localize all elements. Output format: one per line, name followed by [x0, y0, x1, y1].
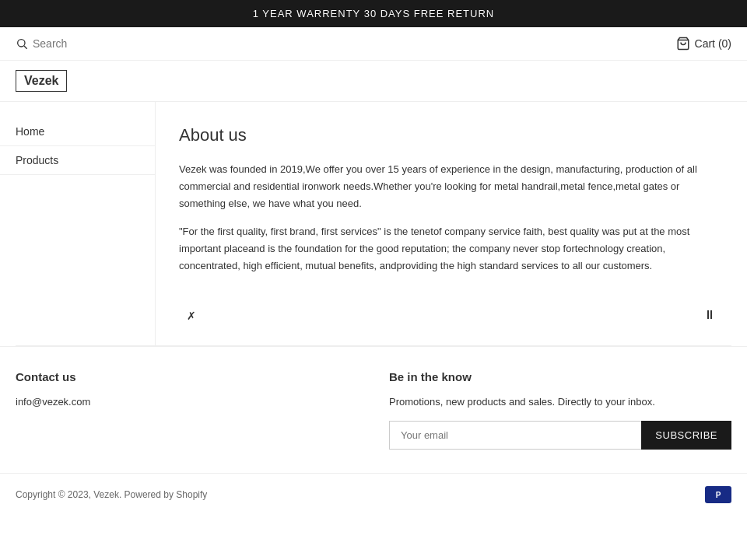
header: Cart (0) [0, 27, 747, 61]
main-layout: Home Products About us Vezek was founded… [0, 102, 747, 345]
media-pause-icon[interactable]: ⏸ [703, 308, 716, 322]
svg-point-0 [18, 40, 25, 47]
media-close-icon[interactable]: ✗ [187, 310, 196, 322]
email-subscribe-row: SUBSCRIBE [389, 421, 731, 450]
search-area[interactable] [16, 37, 126, 50]
footer-sections: Contact us info@vezek.com Be in the know… [0, 346, 747, 474]
contact-title: Contact us [16, 370, 358, 383]
paypal-icon: P [705, 486, 731, 503]
about-title: About us [179, 125, 724, 145]
newsletter-col: Be in the know Promotions, new products … [389, 370, 731, 450]
contact-col: Contact us info@vezek.com [16, 370, 358, 450]
copyright-text: Copyright © 2023, Vezek. Powered by Shop… [16, 489, 207, 500]
subscribe-button[interactable]: SUBSCRIBE [641, 421, 731, 450]
content-area: About us Vezek was founded in 2019,We of… [156, 102, 747, 345]
email-input[interactable] [389, 421, 641, 450]
cart-button[interactable]: Cart (0) [676, 37, 731, 51]
paypal-label: P [716, 491, 721, 499]
top-banner: 1 YEAR WARRENTY 30 DAYS FREE RETURN [0, 0, 747, 27]
svg-line-1 [24, 46, 27, 49]
about-paragraph-1: Vezek was founded in 2019,We offer you o… [179, 161, 724, 212]
sidebar-item-home[interactable]: Home [0, 117, 155, 146]
search-icon [16, 37, 28, 50]
bottom-footer: Copyright © 2023, Vezek. Powered by Shop… [0, 473, 747, 516]
sidebar-item-products[interactable]: Products [0, 146, 155, 175]
sidebar: Home Products [0, 102, 156, 345]
contact-email: info@vezek.com [16, 394, 358, 411]
cart-label: Cart (0) [695, 37, 731, 50]
logo-area: Vezek [0, 61, 747, 102]
cart-icon [676, 37, 690, 51]
banner-text: 1 YEAR WARRENTY 30 DAYS FREE RETURN [253, 8, 494, 19]
media-area: ✗ ⏸ [179, 291, 724, 322]
about-paragraph-2: "For the first quality, first brand, fir… [179, 223, 724, 275]
newsletter-title: Be in the know [389, 370, 731, 383]
search-input[interactable] [33, 37, 126, 50]
newsletter-description: Promotions, new products and sales. Dire… [389, 394, 731, 411]
logo[interactable]: Vezek [16, 70, 67, 92]
